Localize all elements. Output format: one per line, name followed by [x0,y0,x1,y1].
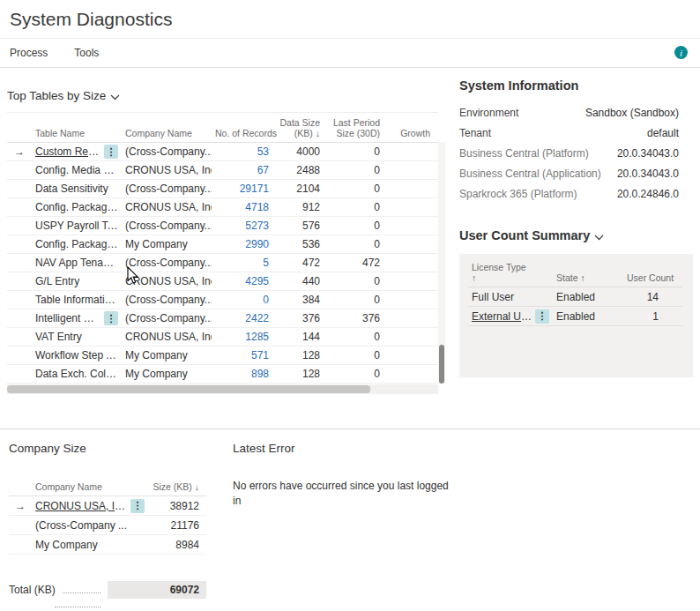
chevron-down-icon[interactable] [110,90,120,103]
table-row[interactable]: Workflow Step A...My Company5711280 [7,346,438,365]
table-name-cell[interactable]: Table Informatio... [32,294,122,306]
col-table-name[interactable]: Table Name [32,128,122,138]
table-name-cell[interactable]: Workflow Step A... [32,349,122,361]
user-count-title[interactable]: User Count Summary [459,227,693,243]
license-type-text[interactable]: External User [472,310,532,323]
table-row[interactable]: G/L EntryCRONUS USA, Inc.42954400 [7,272,438,291]
row-menu-icon[interactable]: ⋮ [104,311,118,325]
col-company[interactable]: Company Name [32,481,148,492]
table-row[interactable]: →Custom Report ...⋮(Cross-Company...5340… [7,143,438,161]
table-name-text[interactable]: Config. Package ... [35,238,118,250]
company-name-text[interactable]: (Cross-Company ... [35,519,145,532]
records-count-link[interactable]: 67 [212,164,276,176]
col-last-period-line1: Last Period [331,117,380,128]
col-user-count[interactable]: User Count [623,272,666,283]
table-name-cell[interactable]: USPY Payroll Tax... [32,220,122,232]
chevron-down-icon[interactable] [594,229,604,243]
company-name-text[interactable]: CRONUS USA, Inc. [35,500,128,512]
records-count-link[interactable]: 1285 [212,331,276,343]
records-count-link[interactable]: 571 [212,349,276,361]
company-size-row[interactable]: (Cross-Company ...21176 [9,516,206,535]
table-name-cell[interactable]: G/L Entry [32,275,122,287]
company-size-row[interactable]: My Company8984 [9,535,206,555]
records-count-link[interactable]: 5273 [212,220,276,232]
system-info-value: Sandbox (Sandbox) [585,107,679,119]
col-data-size[interactable]: Data Size (KB) ↓ [276,117,327,138]
company-name-cell: (Cross-Company... [122,183,212,195]
records-count-link[interactable]: 4718 [212,201,276,213]
company-name-cell[interactable]: (Cross-Company ... [32,519,148,532]
table-name-text[interactable]: Config. Package ... [35,201,118,213]
records-count-link[interactable]: 2990 [212,238,276,250]
table-name-cell[interactable]: Config. Package ... [32,201,122,213]
company-name-text[interactable]: My Company [35,539,145,551]
table-name-cell[interactable]: NAV App Tenant... [32,257,122,269]
table-name-text[interactable]: G/L Entry [35,275,118,287]
table-row[interactable]: VAT EntryCRONUS USA, Inc.12851440 [7,328,438,346]
company-name-cell[interactable]: CRONUS USA, Inc.⋮ [32,499,148,513]
company-name-cell: My Company [122,238,212,250]
dotted-leader [63,592,101,593]
table-name-cell[interactable]: Config. Media B... [32,164,122,176]
records-count-link[interactable]: 29171 [212,183,276,195]
user-count-row[interactable]: Full UserEnabled14 [468,287,682,307]
top-tables-title[interactable]: Top Tables by Size [7,87,445,103]
row-menu-icon[interactable]: ⋮ [130,499,145,513]
records-count-link[interactable]: 0 [212,294,276,306]
info-icon[interactable]: i [674,46,688,59]
row-selector-arrow: → [7,145,32,158]
company-name-cell[interactable]: My Company [32,539,148,551]
table-row[interactable]: Config. Media B...CRONUS USA, Inc.672488… [7,161,438,180]
table-row[interactable]: Data Exch. Colu...My Company8981280 [7,365,438,384]
table-name-cell[interactable]: Data Exch. Colu... [32,368,122,380]
table-name-text[interactable]: VAT Entry [35,331,118,343]
table-row[interactable]: Data Sensitivity(Cross-Company...2917121… [7,180,438,198]
table-name-text[interactable]: Custom Report ... [35,145,101,158]
col-state[interactable]: State ↑ [553,272,623,283]
user-count-row[interactable]: External User⋮Enabled1 [468,307,682,326]
col-last-period[interactable]: Last Period Size (30D) [327,117,387,138]
vertical-scrollbar[interactable] [438,142,445,384]
horizontal-scrollbar[interactable] [7,384,438,394]
records-count-link[interactable]: 2422 [212,312,276,324]
table-row[interactable]: Config. Package ...My Company29905360 [7,235,438,254]
table-row[interactable]: USPY Payroll Tax...(Cross-Company...5273… [7,217,438,235]
records-count-link[interactable]: 5 [212,257,276,269]
table-row[interactable]: Config. Package ...CRONUS USA, Inc.47189… [7,198,438,217]
license-type-cell[interactable]: Full User [468,291,553,303]
table-name-text[interactable]: Config. Media B... [35,164,118,176]
last-period-cell: 376 [327,312,387,324]
col-license-type[interactable]: License Type ↑ [468,262,553,283]
company-size-row[interactable]: →CRONUS USA, Inc.⋮38912 [9,496,206,516]
table-name-cell[interactable]: VAT Entry [32,331,122,343]
table-row[interactable]: NAV App Tenant...(Cross-Company...547247… [7,254,438,272]
table-name-cell[interactable]: Data Sensitivity [32,183,122,195]
license-type-text[interactable]: Full User [472,291,549,303]
col-growth[interactable]: Growth [387,128,437,138]
table-name-text[interactable]: NAV App Tenant... [35,257,118,269]
col-records[interactable]: No. of Records [212,128,276,138]
row-menu-icon[interactable]: ⋮ [104,145,118,159]
table-name-text[interactable]: Data Exch. Colu... [35,368,118,380]
col-company-name[interactable]: Company Name [122,128,212,138]
records-count-link[interactable]: 898 [212,368,276,380]
table-name-cell[interactable]: Config. Package ... [32,238,122,250]
menu-process[interactable]: Process [10,47,48,59]
row-menu-icon[interactable]: ⋮ [535,309,549,324]
table-name-text[interactable]: Workflow Step A... [35,349,118,361]
records-count-link[interactable]: 4295 [212,275,276,287]
col-size-kb[interactable]: Size (KB) ↓ [148,481,206,492]
records-count-link[interactable]: 53 [212,145,276,158]
table-name-text[interactable]: Intelligent Cloud... [35,312,101,324]
table-name-text[interactable]: USPY Payroll Tax... [35,220,118,232]
table-name-text[interactable]: Table Informatio... [35,294,118,306]
horizontal-scrollbar-thumb[interactable] [7,385,370,393]
table-name-cell[interactable]: Custom Report ...⋮ [32,145,122,159]
table-row[interactable]: Table Informatio...(Cross-Company...0384… [7,291,438,309]
menu-tools[interactable]: Tools [74,47,99,59]
table-row[interactable]: Intelligent Cloud...⋮(Cross-Company...24… [7,309,438,328]
table-name-cell[interactable]: Intelligent Cloud...⋮ [32,311,122,325]
vertical-scrollbar-thumb[interactable] [439,345,444,384]
license-type-cell[interactable]: External User⋮ [468,309,553,324]
table-name-text[interactable]: Data Sensitivity [35,183,118,195]
